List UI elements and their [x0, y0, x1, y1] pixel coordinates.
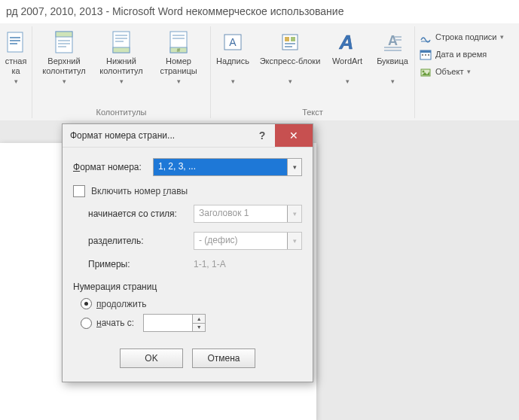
- group-label-text: Текст: [211, 108, 414, 117]
- svg-point-39: [423, 71, 425, 73]
- svg-rect-0: [8, 32, 23, 52]
- svg-text:A: A: [229, 36, 237, 48]
- chevron-down-icon: ▾: [287, 205, 301, 222]
- svg-rect-31: [384, 50, 401, 51]
- header-button[interactable]: Верхний колонтитул ▾: [35, 26, 93, 85]
- svg-rect-25: [285, 46, 292, 47]
- svg-rect-3: [10, 43, 17, 44]
- svg-rect-18: [172, 38, 185, 39]
- svg-rect-6: [58, 40, 70, 41]
- ribbon-label: Объект: [435, 67, 463, 76]
- svg-rect-30: [384, 47, 401, 48]
- svg-rect-2: [10, 40, 20, 41]
- ribbon-label: Верхний колонтитул: [42, 56, 86, 78]
- help-button[interactable]: ?: [249, 124, 275, 147]
- number-format-value: 1, 2, 3, ...: [154, 159, 287, 175]
- ribbon-label: Номер страницы: [160, 56, 197, 78]
- chevron-down-icon: ▾: [391, 78, 395, 85]
- svg-rect-24: [285, 43, 295, 44]
- start-at-input[interactable]: [144, 315, 192, 331]
- textbox-icon: A: [220, 29, 246, 55]
- ribbon-label: стная ка: [5, 56, 27, 78]
- separator-value: - (дефис): [194, 233, 287, 249]
- svg-rect-35: [422, 54, 423, 56]
- chevron-down-icon: ▾: [287, 233, 301, 249]
- chevron-down-icon: ▾: [346, 78, 350, 85]
- starts-with-style-label: начинается со стиля:: [88, 208, 194, 219]
- svg-rect-8: [58, 46, 66, 47]
- svg-rect-12: [115, 38, 127, 39]
- signature-icon: [420, 31, 432, 43]
- chevron-down-icon: ▾: [177, 78, 181, 85]
- svg-rect-37: [428, 54, 429, 56]
- page-number-icon: #: [166, 29, 191, 55]
- ribbon-label: Надпись: [216, 56, 249, 78]
- page-number-button[interactable]: # Номер страницы ▾: [150, 26, 207, 85]
- object-icon: [420, 65, 432, 78]
- svg-text:#: #: [177, 47, 181, 53]
- date-time-button[interactable]: Дата и время: [420, 47, 504, 62]
- svg-text:A: A: [339, 31, 354, 53]
- start-at-spinner[interactable]: ▲ ▼: [143, 314, 206, 332]
- signature-line-button[interactable]: Строка подписи ▾: [420, 29, 504, 44]
- examples-label: Примеры:: [88, 259, 194, 269]
- dropcap-icon: A: [380, 29, 405, 55]
- ribbon-label: Дата и время: [435, 50, 487, 59]
- svg-rect-36: [425, 54, 426, 56]
- wordart-button[interactable]: A WordArt ▾: [325, 26, 370, 85]
- dialog-title: Формат номера страни...: [63, 130, 249, 141]
- svg-rect-17: [172, 35, 185, 36]
- svg-rect-28: [395, 36, 401, 38]
- svg-rect-22: [285, 37, 289, 41]
- svg-rect-5: [56, 32, 72, 37]
- dialog-titlebar[interactable]: Формат номера страни... ? ✕: [63, 124, 313, 148]
- chevron-down-icon[interactable]: ▾: [287, 159, 301, 175]
- ribbon-button-truncated[interactable]: стная ка ▾: [0, 26, 33, 85]
- svg-rect-13: [115, 41, 124, 42]
- examples-value: 1-1, 1-A: [194, 259, 226, 269]
- number-format-combo[interactable]: 1, 2, 3, ... ▾: [153, 158, 302, 176]
- dropcap-button[interactable]: A Буквица ▾: [370, 26, 415, 85]
- chevron-down-icon: ▾: [231, 78, 235, 85]
- cancel-button[interactable]: Отмена: [192, 348, 255, 368]
- spin-up-button[interactable]: ▲: [193, 315, 205, 323]
- ribbon-label: Строка подписи: [435, 32, 496, 41]
- svg-rect-11: [115, 35, 127, 36]
- window-title: рд 2007, 2010, 2013 - Microsoft Word нек…: [0, 0, 519, 23]
- starts-with-style-combo: Заголовок 1 ▾: [194, 205, 302, 223]
- starts-with-style-value: Заголовок 1: [194, 205, 287, 222]
- svg-rect-23: [291, 37, 295, 41]
- textbox-button[interactable]: A Надпись ▾: [210, 26, 255, 85]
- chevron-down-icon: ▾: [120, 78, 124, 85]
- svg-rect-7: [58, 43, 70, 44]
- continue-radio[interactable]: [81, 298, 92, 309]
- svg-rect-10: [113, 47, 130, 53]
- close-button[interactable]: ✕: [275, 124, 313, 147]
- include-chapter-checkbox[interactable]: [73, 185, 85, 197]
- page-numbering-label: Нумерация страниц: [73, 282, 302, 292]
- ribbon-label: Экспресс-блоки: [260, 56, 321, 78]
- wordart-icon: A: [334, 29, 360, 55]
- chevron-down-icon: ▾: [14, 78, 18, 85]
- number-format-label: ФФормат номера:ормат номера:: [73, 162, 153, 172]
- start-at-radio-label: начать с:начать с:: [96, 318, 134, 328]
- ribbon-label: Буквица: [377, 56, 408, 78]
- svg-rect-34: [420, 50, 431, 53]
- group-label-headers-footers: Колонтитулы: [32, 108, 210, 117]
- separator-label: разделитель:: [88, 236, 194, 246]
- object-button[interactable]: Объект ▾: [420, 64, 504, 79]
- ribbon: стная ка ▾ Верхний колонтитул ▾ Нижний к…: [0, 23, 519, 122]
- page-number-format-dialog: Формат номера страни... ? ✕ ФФормат номе…: [62, 123, 313, 382]
- ribbon-side-column: Строка подписи ▾ Дата и время Объект ▾: [415, 26, 508, 82]
- calendar-icon: [420, 48, 432, 60]
- include-chapter-label: Включить номер главыВключить номер главы: [91, 186, 188, 196]
- svg-rect-1: [10, 37, 20, 38]
- chevron-down-icon: ▾: [289, 78, 292, 85]
- quick-parts-icon: [277, 29, 303, 55]
- ok-button[interactable]: OK: [120, 348, 183, 368]
- footer-button[interactable]: Нижний колонтитул ▾: [93, 26, 150, 85]
- start-at-radio[interactable]: [81, 318, 92, 329]
- quick-parts-button[interactable]: Экспресс-блоки ▾: [255, 26, 325, 85]
- svg-rect-29: [395, 39, 401, 41]
- spin-down-button[interactable]: ▼: [193, 323, 205, 332]
